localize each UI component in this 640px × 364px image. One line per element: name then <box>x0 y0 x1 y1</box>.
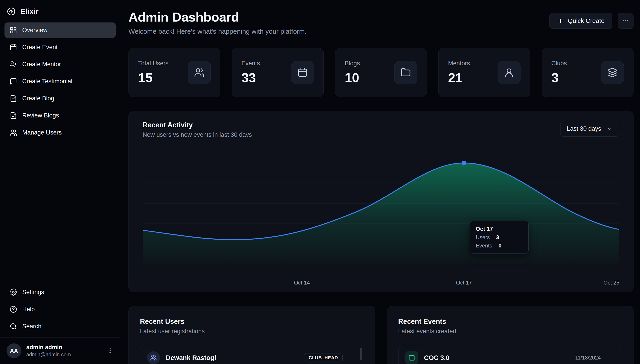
user-row-name: Dewank Rastogi <box>166 354 216 362</box>
card-subtitle: Latest user registrations <box>140 328 364 335</box>
scrollbar-thumb[interactable] <box>360 348 362 360</box>
stat-value: 33 <box>242 70 260 85</box>
user-icon <box>504 67 514 78</box>
stat-card-events: Events 33 <box>232 48 324 97</box>
user-menu[interactable]: AA admin admin admin@admin.com <box>0 337 120 364</box>
stat-label: Total Users <box>138 60 169 67</box>
tooltip-row-users: Users 3 <box>476 234 522 240</box>
user-list-item: Dewank Rastogi CLUB_HEAD <box>140 345 364 364</box>
chart-x-axis: Oct 14 Oct 17 Oct 25 <box>143 280 619 290</box>
stat-value: 10 <box>345 70 360 85</box>
sidebar-item-label: Settings <box>22 289 44 296</box>
event-list-item: COC 3.0 11/18/2024 <box>398 345 622 364</box>
card-title: Recent Users <box>140 318 364 326</box>
recent-events-list: COC 3.0 11/18/2024 <box>398 345 622 364</box>
sidebar-item-label: Search <box>22 323 42 330</box>
calendar-icon <box>297 67 308 78</box>
user-row-avatar <box>147 351 160 364</box>
sidebar-item-settings[interactable]: Settings <box>5 284 116 300</box>
sidebar-item-create-event[interactable]: Create Event <box>5 40 116 55</box>
stat-icon-tile <box>188 61 211 84</box>
main-content: Admin Dashboard Welcome back! Here's wha… <box>120 0 640 364</box>
user-plus-icon <box>10 61 17 68</box>
sidebar-item-label: Create Event <box>22 44 58 51</box>
stat-label: Clubs <box>551 60 567 67</box>
sidebar-item-review-blogs[interactable]: Review Blogs <box>5 108 116 123</box>
user-meta: admin admin admin@admin.com <box>26 344 71 358</box>
plus-icon <box>557 18 564 24</box>
avatar: AA <box>7 343 21 358</box>
x-tick: Oct 25 <box>603 280 619 286</box>
card-title: Recent Activity <box>143 121 252 129</box>
stat-card-mentors: Mentors 21 <box>438 48 530 97</box>
card-subtitle: New users vs new events in last 30 days <box>143 131 252 138</box>
area-chart <box>143 158 619 276</box>
layers-icon <box>607 67 617 78</box>
stat-card-total-users: Total Users 15 <box>129 48 220 97</box>
calendar-icon <box>10 44 17 51</box>
page-subtitle: Welcome back! Here's what's happening wi… <box>129 28 307 35</box>
stat-label: Mentors <box>448 60 470 67</box>
quick-create-label: Quick Create <box>568 17 604 24</box>
tooltip-label: Events <box>476 242 492 249</box>
sidebar-nav: Overview Create Event Create Mentor Crea… <box>0 19 120 144</box>
user-menu-button[interactable] <box>107 347 114 355</box>
recent-activity-header: Recent Activity New users vs new events … <box>143 121 619 138</box>
tooltip-date: Oct 17 <box>476 226 522 232</box>
sidebar-item-create-testimonial[interactable]: Create Testimonial <box>5 74 116 89</box>
tooltip-label: Users <box>476 234 490 240</box>
user-name: admin admin <box>26 344 71 351</box>
search-icon <box>10 323 17 330</box>
recent-activity-titles: Recent Activity New users vs new events … <box>143 121 252 138</box>
header-actions: Quick Create <box>549 13 633 29</box>
sidebar-footer: Settings Help Search AA admin admin admi… <box>0 281 120 364</box>
activity-chart-area[interactable]: Oct 17 Users 3 Events 0 <box>143 158 619 276</box>
bottom-panels: Recent Users Latest user registrations D… <box>129 306 633 364</box>
date-range-value: Last 30 days <box>567 125 601 132</box>
sidebar-item-create-mentor[interactable]: Create Mentor <box>5 56 116 72</box>
brand[interactable]: Elixir <box>0 0 120 19</box>
users-icon <box>150 354 157 361</box>
sidebar-item-search[interactable]: Search <box>5 319 116 334</box>
stat-info: Clubs 3 <box>551 60 567 85</box>
more-button[interactable] <box>618 13 633 29</box>
tooltip-value: 0 <box>498 242 501 249</box>
message-square-icon <box>10 78 17 85</box>
list-scrollbar[interactable] <box>360 348 362 364</box>
highlighted-point <box>462 161 466 165</box>
help-circle-icon <box>10 306 17 313</box>
stats-row: Total Users 15 Events 33 Blogs 10 <box>129 48 633 97</box>
stat-card-blogs: Blogs 10 <box>335 48 427 97</box>
folder-icon <box>401 67 411 78</box>
date-range-select[interactable]: Last 30 days <box>560 121 619 136</box>
sidebar-item-label: Create Mentor <box>22 61 61 68</box>
stat-info: Events 33 <box>242 60 260 85</box>
users-icon <box>10 129 17 136</box>
sidebar-footer-nav: Settings Help Search <box>0 281 120 337</box>
user-email: admin@admin.com <box>26 352 71 358</box>
quick-create-button[interactable]: Quick Create <box>549 13 612 29</box>
x-tick: Oct 14 <box>294 280 310 286</box>
ellipsis-horizontal-icon <box>622 18 629 24</box>
recent-users-card: Recent Users Latest user registrations D… <box>129 306 375 364</box>
file-check-icon <box>10 112 17 119</box>
stat-label: Events <box>242 60 260 67</box>
users-series-area <box>143 163 619 264</box>
stat-icon-tile <box>394 61 417 84</box>
sidebar-item-help[interactable]: Help <box>5 302 116 317</box>
sidebar-item-manage-users[interactable]: Manage Users <box>5 125 116 140</box>
card-title: Recent Events <box>398 318 622 326</box>
sidebar-item-label: Review Blogs <box>22 112 59 119</box>
sidebar-item-create-blog[interactable]: Create Blog <box>5 91 116 106</box>
sidebar-item-overview[interactable]: Overview <box>5 22 116 38</box>
chevron-down-icon <box>606 126 613 132</box>
stat-label: Blogs <box>345 60 360 67</box>
stat-icon-tile <box>498 61 520 84</box>
file-text-icon <box>10 95 17 102</box>
recent-users-list: Dewank Rastogi CLUB_HEAD <box>140 345 364 364</box>
sidebar: Elixir Overview Create Event Create Ment… <box>0 0 120 364</box>
sidebar-item-label: Create Testimonial <box>22 78 72 85</box>
chart-tooltip: Oct 17 Users 3 Events 0 <box>470 221 528 254</box>
stat-info: Total Users 15 <box>138 60 169 85</box>
users-icon <box>194 67 204 78</box>
